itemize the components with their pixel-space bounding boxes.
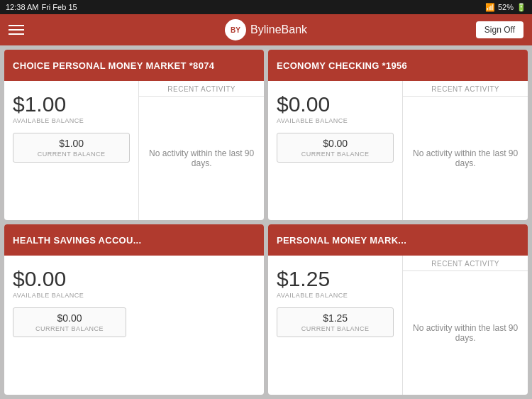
header: BY BylineBank Sign Off	[0, 14, 532, 45]
account-left-4: $1.25 AVAILABLE BALANCE $1.25 CURRENT BA…	[268, 256, 403, 395]
logo-text: BylineBank	[250, 23, 307, 36]
account-left-2: $0.00 AVAILABLE BALANCE $0.00 CURRENT BA…	[268, 81, 403, 220]
current-balance-label-4: CURRENT BALANCE	[284, 325, 386, 332]
hamburger-line2	[9, 29, 24, 31]
current-balance-amount-3: $0.00	[21, 312, 118, 324]
status-left: 12:38 AM Fri Feb 15	[6, 3, 77, 11]
header-logo: BY BylineBank	[225, 19, 307, 40]
available-label-4: AVAILABLE BALANCE	[277, 292, 394, 299]
recent-activity-label-2: RECENT ACTIVITY	[403, 81, 528, 97]
account-header-4: PERSONAL MONEY MARK...	[268, 224, 528, 256]
account-body-3: $0.00 AVAILABLE BALANCE $0.00 CURRENT BA…	[4, 256, 264, 395]
time: 12:38 AM	[6, 3, 38, 11]
available-balance-2: $0.00	[277, 92, 394, 116]
account-right-4: RECENT ACTIVITY No activity within the l…	[403, 256, 528, 395]
account-right-2: RECENT ACTIVITY No activity within the l…	[403, 81, 528, 220]
no-activity-1: No activity within the last 90 days.	[139, 97, 264, 220]
status-bar: 12:38 AM Fri Feb 15 📶 52% 🔋	[0, 0, 532, 14]
account-header-1: CHOICE PERSONAL MONEY MARKET *8074	[4, 50, 264, 81]
account-left-1: $1.00 AVAILABLE BALANCE $1.00 CURRENT BA…	[4, 81, 139, 220]
available-balance-3: $0.00	[13, 267, 255, 290]
logo-circle: BY	[225, 19, 246, 40]
balance-box-2: $0.00 CURRENT BALANCE	[277, 133, 394, 163]
recent-activity-label-4: RECENT ACTIVITY	[403, 256, 528, 271]
account-right-1: RECENT ACTIVITY No activity within the l…	[139, 81, 264, 220]
recent-activity-label-1: RECENT ACTIVITY	[139, 81, 264, 97]
no-activity-2: No activity within the last 90 days.	[403, 97, 528, 220]
no-activity-4: No activity within the last 90 days.	[403, 271, 528, 395]
battery: 52%	[498, 3, 514, 11]
sign-off-button[interactable]: Sign Off	[476, 21, 523, 38]
available-label-2: AVAILABLE BALANCE	[277, 117, 394, 124]
balance-box-3: $0.00 CURRENT BALANCE	[13, 307, 126, 337]
menu-button[interactable]	[9, 25, 24, 35]
accounts-grid: CHOICE PERSONAL MONEY MARKET *8074 $1.00…	[0, 45, 532, 399]
account-header-2: ECONOMY CHECKING *1956	[268, 50, 528, 81]
account-card-1: CHOICE PERSONAL MONEY MARKET *8074 $1.00…	[4, 50, 264, 220]
current-balance-amount-2: $0.00	[284, 138, 386, 149]
wifi-icon: 📶	[485, 3, 495, 12]
account-body-2: $0.00 AVAILABLE BALANCE $0.00 CURRENT BA…	[268, 81, 528, 220]
account-left-3: $0.00 AVAILABLE BALANCE $0.00 CURRENT BA…	[4, 256, 264, 395]
current-balance-label-3: CURRENT BALANCE	[21, 325, 118, 332]
available-balance-1: $1.00	[13, 92, 130, 116]
account-header-3: HEALTH SAVINGS ACCOU...	[4, 224, 264, 256]
account-body-4: $1.25 AVAILABLE BALANCE $1.25 CURRENT BA…	[268, 256, 528, 395]
available-label-1: AVAILABLE BALANCE	[13, 117, 130, 124]
logo-initials: BY	[231, 26, 240, 34]
current-balance-amount-1: $1.00	[21, 138, 122, 149]
hamburger-line3	[9, 33, 24, 35]
account-card-3: HEALTH SAVINGS ACCOU... $0.00 AVAILABLE …	[4, 224, 264, 395]
date: Fri Feb 15	[41, 3, 77, 11]
available-label-3: AVAILABLE BALANCE	[13, 292, 255, 299]
current-balance-label-1: CURRENT BALANCE	[21, 151, 122, 158]
balance-box-1: $1.00 CURRENT BALANCE	[13, 133, 130, 163]
available-balance-4: $1.25	[277, 267, 394, 290]
current-balance-label-2: CURRENT BALANCE	[284, 151, 386, 158]
battery-icon: 🔋	[516, 3, 526, 12]
account-card-4: PERSONAL MONEY MARK... $1.25 AVAILABLE B…	[268, 224, 528, 395]
hamburger-line1	[9, 25, 24, 26]
account-body-1: $1.00 AVAILABLE BALANCE $1.00 CURRENT BA…	[4, 81, 264, 220]
balance-box-4: $1.25 CURRENT BALANCE	[277, 307, 394, 337]
status-right: 📶 52% 🔋	[485, 3, 526, 12]
current-balance-amount-4: $1.25	[284, 312, 386, 324]
account-card-2: ECONOMY CHECKING *1956 $0.00 AVAILABLE B…	[268, 50, 528, 220]
